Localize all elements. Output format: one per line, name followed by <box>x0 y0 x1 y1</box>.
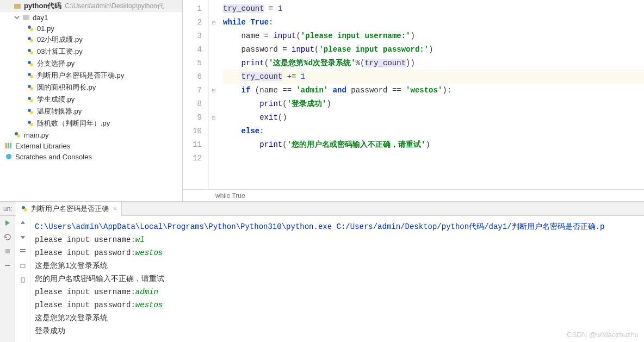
python-file-icon <box>26 47 35 56</box>
wrap-icon[interactable] <box>18 246 28 256</box>
close-icon[interactable]: × <box>113 205 117 213</box>
fold-margin: ⊟ ⊟ ⊟ <box>209 0 219 189</box>
chevron-down-icon <box>13 14 21 21</box>
root-path: C:\Users\admin\Desktop\python代 <box>65 2 163 11</box>
root-label: python代码 <box>24 1 61 11</box>
python-file-icon <box>26 59 35 68</box>
svg-rect-1 <box>23 15 29 20</box>
python-file-icon <box>20 204 29 213</box>
svg-point-27 <box>24 208 27 212</box>
file-item[interactable]: 01.py <box>0 23 182 34</box>
project-tree[interactable]: python代码 C:\Users\admin\Desktop\python代 … <box>0 0 183 201</box>
line-gutter: 1 2 3 4 5 6 7 8 9 10 11 12 <box>183 0 209 189</box>
external-libraries[interactable]: External Libraries <box>0 140 182 151</box>
file-main[interactable]: main.py <box>0 129 182 140</box>
svg-rect-29 <box>5 265 10 266</box>
file-item[interactable]: 判断用户名密码是否正确.py <box>0 70 182 82</box>
file-item[interactable]: 温度转换器.py <box>0 105 182 117</box>
svg-point-19 <box>30 123 33 126</box>
file-item[interactable]: 学生成绩.py <box>0 94 182 105</box>
svg-point-7 <box>30 51 33 54</box>
svg-rect-32 <box>21 264 25 268</box>
folder-icon <box>22 13 30 22</box>
breadcrumb-segment: while True <box>215 192 245 200</box>
code-editor[interactable]: 1 2 3 4 5 6 7 8 9 10 11 12 ⊟ <box>183 0 644 201</box>
run-label: un: <box>0 205 16 213</box>
svg-rect-28 <box>5 249 10 253</box>
python-file-icon <box>26 35 35 44</box>
stop-icon[interactable] <box>3 232 13 242</box>
file-item[interactable]: 02小明成绩.py <box>0 34 182 46</box>
trash-icon[interactable] <box>18 275 28 284</box>
more-icon[interactable] <box>3 260 13 270</box>
svg-rect-30 <box>20 249 26 250</box>
chevron-icon <box>4 2 12 10</box>
svg-rect-0 <box>14 4 21 9</box>
watermark: CSDN @wlxiaozhuzhu <box>567 331 639 339</box>
run-sidecol <box>15 216 30 342</box>
python-file-icon <box>26 95 35 104</box>
project-root[interactable]: python代码 C:\Users\admin\Desktop\python代 <box>0 0 182 12</box>
svg-rect-31 <box>20 251 26 252</box>
up-icon[interactable] <box>18 218 28 228</box>
scratches-consoles[interactable]: Scratches and Consoles <box>0 151 182 162</box>
svg-point-11 <box>30 75 33 78</box>
svg-point-15 <box>30 99 33 102</box>
folder-label: day1 <box>33 14 48 22</box>
file-item[interactable]: 圆的面积和周长.py <box>0 82 182 94</box>
svg-point-3 <box>30 28 33 31</box>
file-item[interactable]: 分支选择.py <box>0 58 182 70</box>
file-item[interactable]: 03计算工资.py <box>0 46 182 58</box>
run-tab[interactable]: 判断用户名密码是否正确 × <box>16 202 122 216</box>
svg-point-13 <box>30 87 33 90</box>
code-text[interactable]: try_count = 1 while True: name = input('… <box>219 0 644 189</box>
svg-point-9 <box>30 63 33 66</box>
run-tab-label: 判断用户名密码是否正确 <box>31 204 109 214</box>
rerun-icon[interactable] <box>3 218 13 228</box>
svg-point-17 <box>30 111 33 114</box>
svg-rect-33 <box>21 278 24 282</box>
console-output[interactable]: C:\Users\admin\AppData\Local\Programs\Py… <box>30 216 644 342</box>
svg-rect-23 <box>8 143 9 148</box>
scratch-icon <box>4 152 13 161</box>
svg-rect-24 <box>10 143 11 148</box>
run-tab-bar: un: 判断用户名密码是否正确 × <box>0 202 644 216</box>
breadcrumb[interactable]: while True <box>183 189 644 201</box>
svg-point-5 <box>30 39 33 42</box>
run-toolbar <box>0 216 15 342</box>
pause-icon[interactable] <box>3 246 13 256</box>
folder-day1[interactable]: day1 <box>0 12 182 23</box>
svg-point-21 <box>17 134 20 138</box>
library-icon <box>4 141 13 150</box>
print-icon[interactable] <box>18 260 28 270</box>
python-file-icon <box>26 24 35 33</box>
svg-rect-22 <box>5 143 7 148</box>
svg-point-25 <box>6 154 11 159</box>
python-file-icon <box>26 119 35 128</box>
file-item[interactable]: 随机数（判断闰年）.py <box>0 117 182 129</box>
down-icon[interactable] <box>18 232 28 242</box>
python-file-icon <box>13 130 22 139</box>
python-file-icon <box>26 71 35 80</box>
folder-icon <box>13 2 22 10</box>
run-panel: un: 判断用户名密码是否正确 × C:\Users\ <box>0 202 644 342</box>
python-file-icon <box>26 83 35 92</box>
python-file-icon <box>26 107 35 116</box>
